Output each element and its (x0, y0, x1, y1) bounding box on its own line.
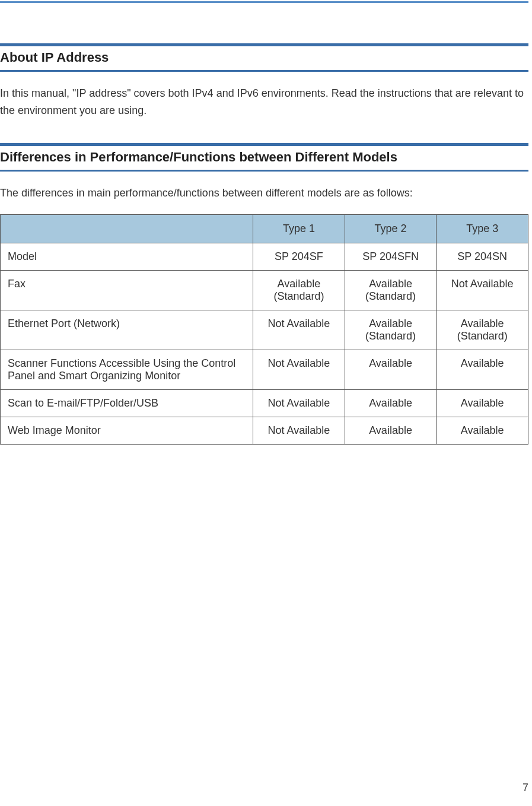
value-cell: Not Available (437, 271, 528, 310)
table-header-blank (1, 215, 253, 243)
value-cell: Available (437, 390, 528, 417)
table-row: Fax Available (Standard) Available (Stan… (1, 271, 528, 310)
table-header-col1: Type 1 (253, 215, 345, 243)
value-cell: Available (Standard) (253, 271, 345, 310)
value-cell: Available (437, 350, 528, 390)
table-header-row: Type 1 Type 2 Type 3 (1, 215, 528, 243)
value-cell: Available (345, 417, 437, 445)
table-header-col3: Type 3 (437, 215, 528, 243)
value-cell: Available (Standard) (345, 310, 437, 350)
value-cell: Available (345, 390, 437, 417)
feature-cell: Fax (1, 271, 253, 310)
value-cell: Not Available (253, 417, 345, 445)
value-cell: Not Available (253, 350, 345, 390)
value-cell: Not Available (253, 390, 345, 417)
value-cell: Available (Standard) (345, 271, 437, 310)
top-rule (0, 1, 528, 3)
table-row: Model SP 204SF SP 204SFN SP 204SN (1, 243, 528, 271)
table-header-col2: Type 2 (345, 215, 437, 243)
model-comparison-table: Type 1 Type 2 Type 3 Model SP 204SF SP 2… (0, 214, 528, 445)
value-cell: SP 204SN (437, 243, 528, 271)
table-row: Ethernet Port (Network) Not Available Av… (1, 310, 528, 350)
value-cell: Available (345, 350, 437, 390)
value-cell: Available (Standard) (437, 310, 528, 350)
table-intro: The differences in main performance/func… (0, 185, 528, 202)
table-row: Scanner Functions Accessible Using the C… (1, 350, 528, 390)
section-text-ip: In this manual, "IP address" covers both… (0, 85, 528, 119)
value-cell: SP 204SF (253, 243, 345, 271)
table-row: Web Image Monitor Not Available Availabl… (1, 417, 528, 445)
table-row: Scan to E-mail/FTP/Folder/USB Not Availa… (1, 390, 528, 417)
feature-cell: Model (1, 243, 253, 271)
section-heading-ip: About IP Address (0, 43, 528, 72)
value-cell: Available (437, 417, 528, 445)
value-cell: Not Available (253, 310, 345, 350)
feature-cell: Scan to E-mail/FTP/Folder/USB (1, 390, 253, 417)
feature-cell: Scanner Functions Accessible Using the C… (1, 350, 253, 390)
feature-cell: Ethernet Port (Network) (1, 310, 253, 350)
value-cell: SP 204SFN (345, 243, 437, 271)
feature-cell: Web Image Monitor (1, 417, 253, 445)
section-heading-diff: Differences in Performance/Functions bet… (0, 143, 528, 172)
page-number: 7 (523, 782, 528, 794)
